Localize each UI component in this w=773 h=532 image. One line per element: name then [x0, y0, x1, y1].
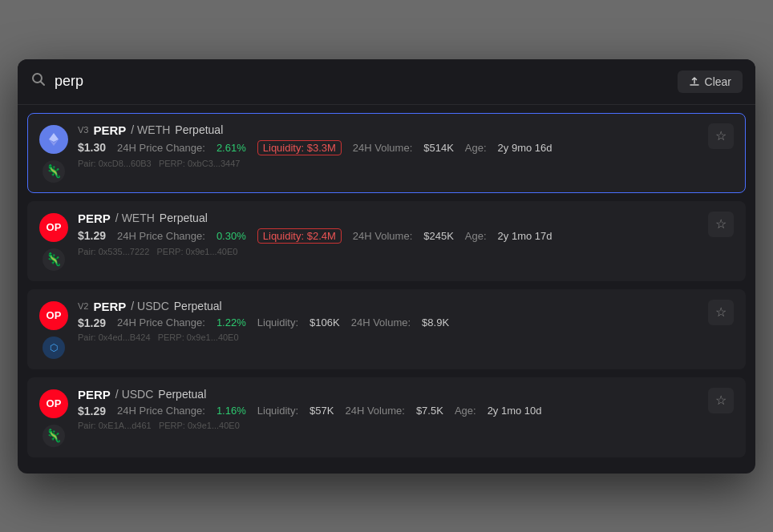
item-header: V3 PERP / WETH Perpetual [78, 123, 698, 137]
favorite-button[interactable]: ☆ [708, 388, 734, 413]
token-pair: / USDC [131, 300, 168, 312]
token-logo-stack: OP ⬡ [39, 300, 68, 359]
favorite-button[interactable]: ☆ [708, 300, 734, 325]
token-type: Perpetual [158, 388, 206, 401]
liquidity-label: Liquidity: [257, 316, 298, 328]
age-value: 2y 1mo 17d [498, 230, 552, 242]
token-type: Perpetual [160, 212, 208, 224]
item-content: PERP / USDC Perpetual $1.29 24H Price Ch… [78, 388, 698, 430]
volume-label: 24H Volume: [353, 142, 412, 154]
item-stats: $1.30 24H Price Change: 2.61% Liquidity:… [78, 140, 698, 155]
volume-label: 24H Volume: [345, 405, 404, 417]
secondary-logo: 🦎 [42, 160, 65, 183]
item-footer: Pair: 0xcD8...60B3 PERP: 0xbC3...3447 [78, 159, 698, 168]
item-content: PERP / WETH Perpetual $1.29 24H Price Ch… [78, 212, 698, 256]
token-logo: OP [39, 301, 68, 330]
item-content: V3 PERP / WETH Perpetual $1.30 24H Price… [78, 123, 698, 168]
price-change-label: 24H Price Change: [117, 316, 205, 328]
clear-button[interactable]: Clear [678, 71, 743, 93]
token-symbol: PERP [93, 123, 126, 137]
item-header: PERP / USDC Perpetual [78, 388, 698, 401]
volume-value: $245K [423, 230, 454, 242]
token-pair: / WETH [115, 212, 155, 224]
item-stats: $1.29 24H Price Change: 1.22% Liquidity:… [78, 316, 698, 329]
age-label: Age: [465, 230, 487, 242]
age-value: 2y 9mo 16d [498, 142, 552, 154]
price-change-label: 24H Price Change: [117, 405, 205, 417]
age-label: Age: [465, 142, 487, 154]
item-footer: Pair: 0x535...7222 PERP: 0x9e1...40E0 [78, 247, 698, 256]
token-logo: OP [39, 389, 68, 418]
version-badge: V2 [78, 301, 88, 311]
search-input[interactable]: perp [55, 73, 670, 90]
token-logo: OP [39, 213, 68, 242]
search-icon [30, 71, 47, 91]
table-row[interactable]: OP 🦎 PERP / USDC Perpetual $1.29 24H Pri… [27, 377, 746, 457]
token-logo-stack: OP 🦎 [39, 388, 68, 447]
token-price: $1.29 [78, 405, 106, 417]
token-symbol: PERP [78, 212, 111, 225]
age-value: 2y 1mo 10d [488, 405, 542, 417]
token-logo-stack: 🦎 [39, 123, 68, 183]
item-stats: $1.29 24H Price Change: 1.16% Liquidity:… [78, 405, 698, 417]
token-pair: / USDC [115, 388, 153, 401]
liquidity-value: $57K [310, 405, 334, 417]
token-symbol: PERP [78, 388, 111, 401]
token-logo-stack: OP 🦎 [39, 212, 68, 271]
age-label: Age: [455, 405, 476, 417]
volume-label: 24H Volume: [353, 230, 412, 242]
search-bar: perp Clear [18, 59, 755, 105]
item-header: V2 PERP / USDC Perpetual [78, 300, 698, 313]
item-stats: $1.29 24H Price Change: 0.30% Liquidity:… [78, 228, 698, 244]
favorite-button[interactable]: ☆ [708, 212, 734, 237]
price-change-value: 1.16% [217, 405, 246, 417]
item-content: V2 PERP / USDC Perpetual $1.29 24H Price… [78, 300, 698, 342]
liquidity-label: Liquidity: [257, 405, 298, 417]
search-window: perp Clear 🦎 V3 [18, 59, 755, 474]
volume-value: $514K [423, 142, 454, 154]
secondary-logo: ⬡ [42, 337, 65, 359]
table-row[interactable]: OP 🦎 PERP / WETH Perpetual $1.29 24H Pri… [27, 201, 746, 281]
token-type: Perpetual [174, 300, 222, 312]
price-change-label: 24H Price Change: [117, 230, 205, 242]
secondary-logo: 🦎 [42, 425, 65, 447]
version-badge: V3 [78, 125, 88, 135]
liquidity-value: $106K [310, 316, 340, 328]
results-list: 🦎 V3 PERP / WETH Perpetual $1.30 24H Pri… [18, 105, 755, 474]
item-header: PERP / WETH Perpetual [78, 212, 698, 225]
secondary-logo: 🦎 [42, 248, 65, 271]
svg-line-1 [41, 82, 45, 86]
token-symbol: PERP [93, 300, 126, 313]
price-change-value: 0.30% [217, 230, 246, 242]
volume-value: $8.9K [422, 316, 449, 328]
table-row[interactable]: 🦎 V3 PERP / WETH Perpetual $1.30 24H Pri… [27, 113, 746, 193]
token-price: $1.30 [78, 141, 106, 154]
price-change-label: 24H Price Change: [117, 142, 205, 154]
token-price: $1.29 [78, 316, 106, 329]
table-row[interactable]: OP ⬡ V2 PERP / USDC Perpetual $1.29 24H … [27, 289, 746, 369]
item-footer: Pair: 0xE1A...d461 PERP: 0x9e1...40E0 [78, 421, 698, 430]
upload-icon [689, 76, 700, 87]
liquidity-value: Liquidity: $2.4M [257, 228, 342, 244]
token-pair: / WETH [131, 123, 170, 136]
token-type: Perpetual [175, 123, 223, 136]
volume-value: $7.5K [416, 405, 443, 417]
favorite-button[interactable]: ☆ [708, 123, 734, 149]
token-logo [39, 125, 68, 154]
liquidity-value: Liquidity: $3.3M [257, 140, 342, 155]
price-change-value: 1.22% [217, 316, 246, 328]
price-change-value: 2.61% [217, 142, 246, 154]
volume-label: 24H Volume: [351, 316, 411, 328]
token-price: $1.29 [78, 229, 106, 242]
item-footer: Pair: 0x4ed...B424 PERP: 0x9e1...40E0 [78, 332, 698, 342]
